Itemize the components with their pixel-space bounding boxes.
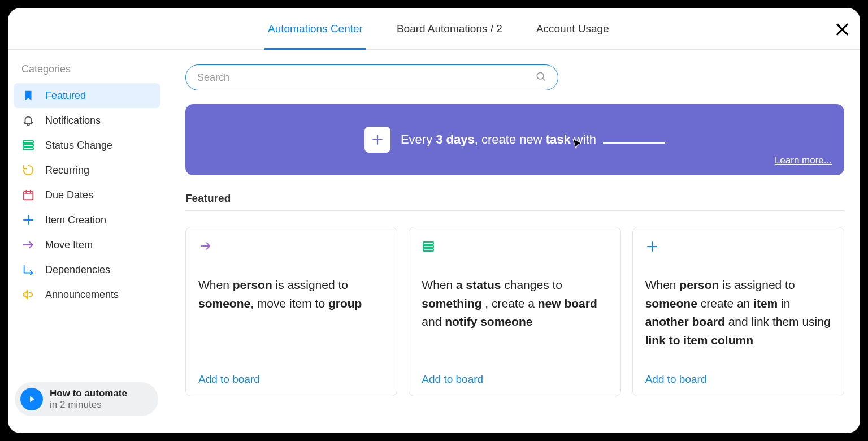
arrow-right-icon — [198, 240, 384, 262]
tab-account-usage[interactable]: Account Usage — [536, 8, 609, 49]
sidebar-item-label: Dependencies — [45, 264, 110, 276]
add-to-board-button[interactable]: Add to board — [422, 373, 607, 386]
svg-line-11 — [543, 79, 545, 81]
sidebar-item-label: Status Change — [45, 140, 112, 152]
card-description: When a status changes to something , cre… — [422, 276, 607, 331]
automation-card[interactable]: When a status changes to something , cre… — [409, 227, 620, 396]
plus-icon — [364, 127, 390, 153]
status-icon — [21, 139, 35, 152]
search-input[interactable] — [197, 72, 535, 84]
howto-title: How to automate — [50, 388, 127, 399]
svg-rect-0 — [23, 141, 33, 143]
sidebar-item-due-dates[interactable]: Due Dates — [14, 183, 160, 207]
arrow-right-icon — [21, 238, 35, 252]
create-automation-banner[interactable]: Every 3 days, create new task with Learn… — [185, 104, 844, 175]
sidebar-item-status-change[interactable]: Status Change — [14, 133, 160, 158]
svg-rect-16 — [423, 245, 433, 248]
sidebar-item-featured[interactable]: Featured — [14, 83, 160, 108]
card-description: When person is assigned to someone creat… — [645, 276, 831, 349]
status-icon — [422, 240, 607, 262]
sidebar-item-move-item[interactable]: Move Item — [14, 232, 160, 257]
category-list: FeaturedNotificationsStatus ChangeRecurr… — [14, 83, 160, 307]
tab-automations-center[interactable]: Automations Center — [268, 8, 363, 49]
tab-board-automations[interactable]: Board Automations / 2 — [397, 8, 502, 49]
howto-subtitle: in 2 minutes — [50, 399, 127, 410]
megaphone-icon — [21, 288, 35, 301]
plus-icon — [21, 213, 35, 227]
header: Automations Center Board Automations / 2… — [8, 8, 860, 50]
banner-text: Every 3 days, create new task with — [401, 132, 665, 147]
plus-icon — [645, 240, 831, 262]
svg-rect-17 — [423, 249, 433, 251]
automation-card[interactable]: When person is assigned to someone creat… — [632, 227, 844, 396]
close-icon[interactable] — [834, 21, 850, 37]
sidebar-item-label: Featured — [45, 90, 86, 102]
sidebar-item-announcements[interactable]: Announcements — [14, 282, 160, 307]
tabs: Automations Center Board Automations / 2… — [268, 8, 609, 49]
svg-rect-2 — [23, 148, 33, 150]
sidebar-item-label: Notifications — [45, 115, 101, 127]
bookmark-icon — [21, 89, 35, 102]
calendar-icon — [21, 188, 35, 202]
recurring-icon — [21, 163, 35, 177]
sidebar-item-notifications[interactable]: Notifications — [14, 108, 160, 133]
search-container — [185, 64, 558, 90]
svg-rect-3 — [24, 192, 33, 200]
automation-card[interactable]: When person is assigned to someone, move… — [185, 227, 397, 396]
sidebar-item-label: Item Creation — [45, 214, 106, 226]
learn-more-link[interactable]: Learn more... — [775, 155, 832, 166]
sidebar-item-label: Due Dates — [45, 189, 93, 201]
divider — [185, 210, 844, 211]
sidebar-item-label: Announcements — [45, 289, 119, 301]
play-icon — [20, 388, 43, 410]
svg-rect-15 — [423, 242, 433, 244]
add-to-board-button[interactable]: Add to board — [645, 373, 831, 386]
featured-cards: When person is assigned to someone, move… — [185, 227, 844, 396]
categories-title: Categories — [21, 63, 160, 75]
sidebar-item-dependencies[interactable]: Dependencies — [14, 257, 160, 282]
section-title-featured: Featured — [185, 192, 844, 205]
search-icon[interactable] — [535, 71, 546, 84]
sidebar-item-label: Move Item — [45, 239, 93, 251]
sidebar-item-recurring[interactable]: Recurring — [14, 158, 160, 183]
dependencies-icon — [21, 263, 35, 276]
svg-point-10 — [537, 72, 544, 79]
svg-rect-1 — [23, 144, 33, 146]
add-to-board-button[interactable]: Add to board — [198, 373, 384, 386]
how-to-automate[interactable]: How to automate in 2 minutes — [15, 382, 158, 416]
sidebar: Categories FeaturedNotificationsStatus C… — [8, 50, 166, 433]
bell-icon — [21, 114, 35, 127]
card-description: When person is assigned to someone, move… — [198, 276, 384, 313]
sidebar-item-label: Recurring — [45, 165, 89, 176]
main: Every 3 days, create new task with Learn… — [166, 50, 860, 433]
sidebar-item-item-creation[interactable]: Item Creation — [14, 207, 160, 232]
mouse-cursor-icon — [571, 138, 582, 149]
